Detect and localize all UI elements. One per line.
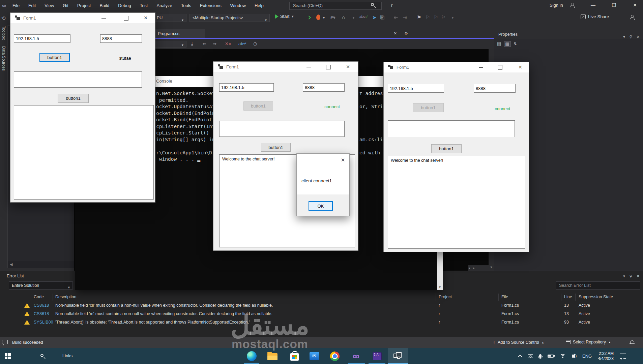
panel-close-icon[interactable]: ✕ <box>637 32 640 41</box>
column-state[interactable]: Suppression State <box>579 295 613 299</box>
panel-menu-caret-icon[interactable]: ▾ <box>623 274 625 278</box>
display-cast-icon[interactable] <box>528 354 533 358</box>
menu-window[interactable]: Window <box>226 3 250 8</box>
properties-header[interactable]: Properties ▾ ⚲ ✕ <box>494 30 643 39</box>
rename-icon[interactable]: ⎘ <box>380 14 384 21</box>
startup-project-dropdown[interactable]: <Multiple Startup Projects>▼ <box>189 14 270 22</box>
message-input[interactable] <box>388 120 515 137</box>
message-box-dialog[interactable]: ✕ client connect1 OK <box>296 153 350 216</box>
bookmark-clear-icon[interactable]: ⚐ <box>441 14 445 21</box>
button1-disabled[interactable]: button1 <box>243 101 273 111</box>
menu-help[interactable]: Help <box>250 3 268 8</box>
menu-git[interactable]: Git <box>58 3 73 8</box>
form-titlebar[interactable]: Form1 ✕ <box>213 62 358 72</box>
panel-close-icon[interactable]: ✕ <box>637 274 640 278</box>
scope-dropdown[interactable]: ▼ <box>155 41 186 48</box>
error-row[interactable]: CS8618 Non-nullable field 'cli' must con… <box>0 302 643 310</box>
toolbar-caret[interactable]: ▼ <box>352 16 355 20</box>
events-icon[interactable]: ↯ <box>514 41 517 47</box>
menu-project[interactable]: Project <box>73 3 95 8</box>
menu-extensions[interactable]: Extensions <box>196 3 226 8</box>
bookmark-icon[interactable]: ⚑ <box>417 14 421 21</box>
goto-definition-icon[interactable]: ⤓ <box>191 41 193 47</box>
button1-send[interactable]: button1 <box>431 144 462 153</box>
close-button[interactable]: ✕ <box>343 62 353 72</box>
menu-tools[interactable]: Tools <box>177 3 196 8</box>
add-to-source-control-button[interactable]: ↑Add to Source Control▲ <box>493 340 544 345</box>
indent-increase-icon[interactable]: ⇥ <box>403 14 407 21</box>
bookmark-next-icon[interactable]: ⚐ <box>434 14 438 21</box>
column-description[interactable]: Description <box>55 295 77 299</box>
taskbar-store-button[interactable] <box>284 348 304 364</box>
error-scope-dropdown[interactable]: Entire Solution▼ <box>9 281 73 290</box>
window-close-button[interactable]: ✕ <box>629 2 641 8</box>
wifi-icon[interactable] <box>560 354 566 358</box>
pin-icon[interactable]: ⚲ <box>630 32 632 41</box>
minimize-button[interactable] <box>304 62 314 72</box>
find-in-files-icon[interactable]: 🗁 <box>330 14 335 20</box>
menu-test[interactable]: Test <box>136 3 152 8</box>
menu-analyze[interactable]: Analyze <box>152 3 176 8</box>
ip-input[interactable] <box>219 83 274 92</box>
port-input[interactable] <box>474 84 516 93</box>
tab-program-cs[interactable]: Program.cs <box>153 29 205 38</box>
taskbar-chrome-button[interactable] <box>325 348 345 364</box>
menu-debug[interactable]: Debug <box>114 3 135 8</box>
menu-build[interactable]: Build <box>95 3 114 8</box>
button1-send[interactable]: button1 <box>58 94 89 103</box>
button1-start[interactable]: button1 <box>39 53 70 62</box>
close-document-icon[interactable]: ✕ <box>393 31 397 36</box>
forward-navigate-icon[interactable]: ⇒ <box>213 41 216 46</box>
error-row[interactable]: CS8618 Non-nullable field 'm' must conta… <box>0 310 643 318</box>
links-toolbar[interactable]: Links <box>62 353 72 358</box>
error-search-input[interactable]: Search Error List <box>556 281 640 290</box>
account-icon[interactable] <box>569 2 575 8</box>
language-indicator[interactable]: ENG <box>582 354 592 359</box>
chat-log[interactable]: Welcome to the chat server! <box>388 156 525 249</box>
sign-in-button[interactable]: Sign in <box>550 3 563 8</box>
message-input[interactable] <box>219 121 345 137</box>
menu-file[interactable]: File <box>8 3 24 8</box>
action-center-icon[interactable] <box>620 354 626 359</box>
window-maximize-button[interactable]: ❐ <box>608 2 620 8</box>
panel-menu-caret-icon[interactable]: ▾ <box>623 32 625 41</box>
column-project[interactable]: Project <box>439 295 452 299</box>
taskbar-terminal-button[interactable]: C:\ <box>367 348 387 364</box>
back-navigate-icon[interactable]: ⇐ <box>203 41 206 46</box>
dialog-ok-button[interactable]: OK <box>309 201 333 211</box>
taskbar-mail-button[interactable]: ✉ <box>304 348 324 364</box>
column-line[interactable]: Line <box>564 295 572 299</box>
pin-icon[interactable]: ⚲ <box>630 274 632 278</box>
start-button-icon[interactable] <box>5 353 10 359</box>
editor-horizontal-scrollbar[interactable]: ◂ ▸ <box>468 265 489 271</box>
scroll-down-icon[interactable]: ▼ <box>437 284 443 290</box>
quick-search-input[interactable]: Search (Ctrl+Q) <box>289 2 382 10</box>
close-button[interactable]: ✕ <box>515 62 525 72</box>
taskbar-explorer-button[interactable] <box>262 348 283 364</box>
word-wrap-icon[interactable]: ab↵ <box>238 41 247 46</box>
maximize-button[interactable] <box>323 62 333 72</box>
battery-icon[interactable] <box>548 355 554 358</box>
button1-disabled[interactable]: button1 <box>413 103 444 112</box>
editor-options-icon[interactable]: ⚙ <box>404 31 408 36</box>
column-code[interactable]: Code <box>34 295 44 299</box>
sidebar-tab-data-sources[interactable]: Data Sources <box>1 46 6 71</box>
navigate-back-icon[interactable]: ⟲ <box>1 15 6 21</box>
cursor-select-icon[interactable]: ➤ <box>372 14 377 21</box>
profiler-dropdown-caret[interactable]: ▼ <box>322 16 325 20</box>
spell-check-icon[interactable]: abc✓ <box>359 14 369 19</box>
minimize-button[interactable] <box>476 62 486 72</box>
taskbar-clock[interactable]: 2:22 AM4/4/2023 <box>598 351 614 361</box>
minimize-button[interactable] <box>99 13 109 23</box>
menu-view[interactable]: View <box>40 3 58 8</box>
live-share-contacts-icon[interactable] <box>629 14 635 20</box>
port-input[interactable] <box>100 34 142 43</box>
maximize-button[interactable] <box>121 13 131 23</box>
form1-window-server[interactable]: Form1 ✕ button1 stutae button1 <box>10 12 155 203</box>
indent-decrease-icon[interactable]: ⇤ <box>394 14 398 21</box>
history-clock-icon[interactable]: ◷ <box>253 41 257 46</box>
toolbar-options-caret[interactable]: ▼ <box>451 16 454 20</box>
form1-window-client2[interactable]: Form1 ✕ button1 connect button1 Welcome … <box>383 62 529 252</box>
taskbar-search-icon[interactable] <box>40 354 43 357</box>
ip-input[interactable] <box>388 84 444 93</box>
